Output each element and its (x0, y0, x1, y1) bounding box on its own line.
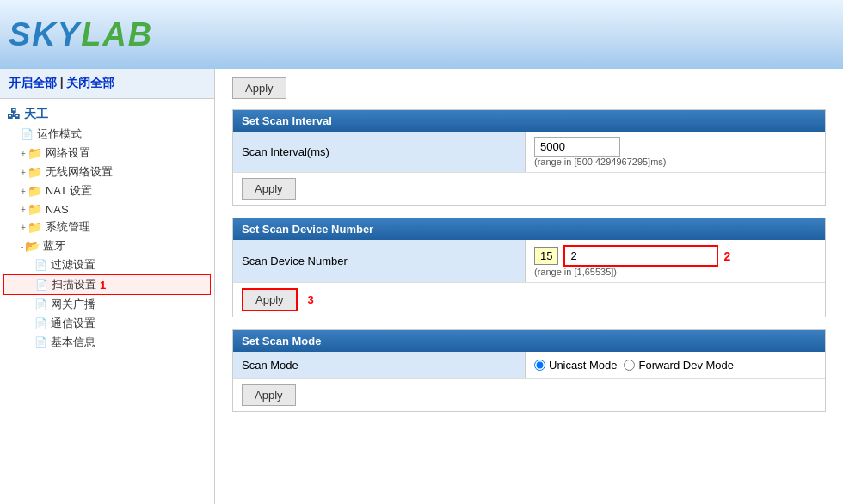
sidebar-item-sysadmin[interactable]: + 📁 系统管理 (3, 218, 211, 237)
page-icon: 📄 (21, 128, 34, 140)
sidebar-item-yunzuo[interactable]: 📄 运作模式 (3, 125, 211, 144)
radio-forward[interactable]: Forward Dev Mode (624, 359, 734, 372)
mode-apply-button[interactable]: Apply (242, 384, 296, 406)
sidebar: 开启全部 | 关闭全部 🖧 天工 📄 运作模式 + 📁 网络设置 + 📁 (0, 69, 215, 504)
section-scan-mode: Set Scan Mode Scan Mode Unicast Mode For… (232, 329, 826, 412)
sidebar-item-scan[interactable]: 📄 扫描设置 1 (3, 274, 211, 295)
interval-apply-button[interactable]: Apply (242, 178, 296, 200)
radio-unicast-label: Unicast Mode (549, 359, 617, 372)
sidebar-item-bluetooth[interactable]: - 📂 蓝牙 (3, 237, 211, 255)
sidebar-label: 网络设置 (46, 145, 90, 161)
page-icon-scan: 📄 (35, 279, 48, 291)
content-area: Apply Set Scan Interval Scan Interval(ms… (215, 69, 843, 504)
section-scan-interval: Set Scan Interval Scan Interval(ms) (ran… (232, 109, 826, 206)
logo: SKYLAB (9, 16, 153, 53)
interval-row: Scan Interval(ms) (range in [500,4294967… (233, 132, 825, 173)
sidebar-label: 系统管理 (46, 219, 90, 235)
sidebar-top-links: 开启全部 | 关闭全部 (0, 69, 214, 99)
folder-icon: 📁 (28, 165, 42, 179)
scan-annotation: 1 (100, 279, 106, 292)
logo-sky: SKY (9, 16, 81, 52)
expand-icon[interactable]: + (21, 223, 26, 232)
device-value-display: 15 (534, 247, 558, 265)
sidebar-label: NAS (46, 203, 69, 216)
section-mode-header: Set Scan Mode (233, 330, 825, 352)
sidebar-item-nat[interactable]: + 📁 NAT 设置 (3, 181, 211, 200)
page-icon-filter: 📄 (34, 259, 47, 271)
apply-annotation: 3 (308, 293, 314, 306)
page-icon-gw: 📄 (34, 298, 47, 310)
sidebar-item-nas[interactable]: + 📁 NAS (3, 200, 211, 218)
section-interval-header: Set Scan Interval (233, 110, 825, 132)
sidebar-label-filter: 过滤设置 (51, 257, 95, 273)
header: SKYLAB (0, 0, 843, 69)
sidebar-item-wangluo[interactable]: + 📁 网络设置 (3, 144, 211, 163)
sidebar-item-wireless[interactable]: + 📁 无线网络设置 (3, 163, 211, 181)
section-mode-body: Scan Mode Unicast Mode Forward Dev Mode (233, 352, 825, 411)
radio-unicast-input[interactable] (534, 360, 545, 371)
main-layout: 开启全部 | 关闭全部 🖧 天工 📄 运作模式 + 📁 网络设置 + 📁 (0, 69, 843, 504)
device-label: Scan Device Number (233, 240, 526, 282)
sidebar-label-bt: 蓝牙 (43, 238, 65, 254)
expand-icon[interactable]: + (21, 187, 26, 196)
folder-icon: 📁 (28, 184, 42, 198)
section-scan-device: Set Scan Device Number Scan Device Numbe… (232, 218, 826, 317)
folder-icon: 📁 (28, 146, 42, 160)
mode-apply-row: Apply (233, 379, 825, 411)
sidebar-label-comm: 通信设置 (51, 316, 95, 331)
device-apply-button[interactable]: Apply (242, 288, 298, 311)
close-all-link[interactable]: 关闭全部 (66, 76, 114, 89)
folder-icon-bt: 📂 (25, 239, 40, 253)
sidebar-label: 运作模式 (37, 126, 82, 142)
sidebar-root-label: 天工 (24, 107, 48, 122)
interval-label: Scan Interval(ms) (233, 132, 526, 172)
sidebar-item-comm[interactable]: 📄 通信设置 (3, 314, 211, 333)
page-icon-comm: 📄 (34, 317, 47, 329)
section-device-body: Scan Device Number 15 2 (range in [1,655… (233, 240, 825, 317)
sidebar-label-basic: 基本信息 (51, 335, 95, 350)
device-hint: (range in [1,65535]) (534, 267, 730, 277)
expand-icon[interactable]: + (21, 168, 26, 177)
sidebar-label: 无线网络设置 (46, 164, 113, 180)
expand-icon-bt[interactable]: - (21, 242, 23, 251)
interval-input-block: (range in [500,4294967295]ms) (534, 137, 667, 167)
sidebar-item-gateway[interactable]: 📄 网关广播 (3, 295, 211, 314)
device-row: Scan Device Number 15 2 (range in [1,655… (233, 240, 825, 283)
open-all-link[interactable]: 开启全部 (9, 76, 57, 89)
mode-value: Unicast Mode Forward Dev Mode (526, 352, 825, 378)
radio-forward-input[interactable] (624, 360, 635, 371)
mode-row: Scan Mode Unicast Mode Forward Dev Mode (233, 352, 825, 379)
section-device-header: Set Scan Device Number (233, 218, 825, 240)
mode-label: Scan Mode (233, 352, 526, 378)
device-apply-row: Apply 3 (233, 283, 825, 317)
expand-icon[interactable]: + (21, 205, 26, 214)
radio-forward-label: Forward Dev Mode (638, 359, 734, 372)
interval-hint: (range in [500,4294967295]ms) (534, 157, 667, 167)
device-annotation: 2 (723, 249, 730, 263)
folder-icon: 📁 (28, 202, 42, 216)
sidebar-tree: 🖧 天工 📄 运作模式 + 📁 网络设置 + 📁 无线网络设置 + 📁 (0, 99, 214, 357)
sidebar-label-scan: 扫描设置 (52, 277, 96, 292)
top-apply-button[interactable]: Apply (232, 77, 286, 99)
sidebar-root[interactable]: 🖧 天工 (3, 104, 211, 125)
expand-icon[interactable]: + (21, 149, 26, 158)
logo-lab: LAB (81, 16, 153, 52)
interval-apply-row: Apply (233, 173, 825, 205)
sidebar-label-gw: 网关广播 (51, 297, 95, 312)
device-value: 15 2 (range in [1,65535]) (526, 240, 825, 282)
section-interval-body: Scan Interval(ms) (range in [500,4294967… (233, 132, 825, 205)
sidebar-item-basic[interactable]: 📄 基本信息 (3, 333, 211, 352)
radio-unicast[interactable]: Unicast Mode (534, 359, 617, 372)
interval-input[interactable] (534, 137, 620, 157)
sidebar-label: NAT 设置 (46, 183, 92, 199)
interval-value: (range in [500,4294967295]ms) (526, 132, 825, 172)
page-icon-basic: 📄 (34, 336, 47, 348)
device-input[interactable] (563, 245, 718, 267)
device-input-block: 15 2 (range in [1,65535]) (534, 245, 730, 277)
sidebar-item-filter[interactable]: 📄 过滤设置 (3, 255, 211, 274)
folder-icon: 📁 (28, 220, 42, 234)
